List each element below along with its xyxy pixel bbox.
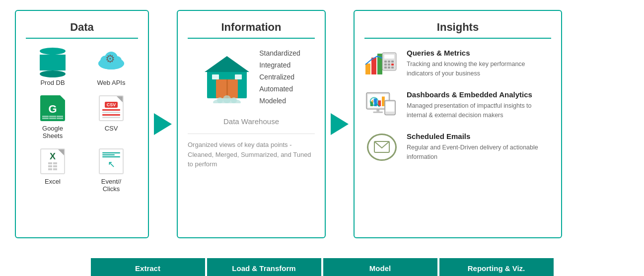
svg-rect-23 <box>384 64 387 66</box>
svg-rect-36 <box>373 112 383 113</box>
information-description: Organized views of key data points - Cle… <box>188 134 315 169</box>
svg-rect-22 <box>391 61 394 63</box>
tab-model[interactable]: Model <box>323 258 437 276</box>
prod-db-label: Prod DB <box>40 79 65 86</box>
svg-rect-28 <box>391 67 394 69</box>
svg-rect-24 <box>388 64 390 66</box>
information-body: Standardized Integrated Centralized Auto… <box>188 49 315 227</box>
svg-rect-35 <box>376 109 379 112</box>
dashboards-title: Dashboards & Embedded Analytics <box>407 90 551 99</box>
queries-text: Queries & Metrics Tracking and knowing t… <box>407 49 551 78</box>
dashboards-desc: Managed presentation of impactful insigh… <box>407 101 551 120</box>
tab-load-transform[interactable]: Load & Transform <box>207 258 321 276</box>
attr-modeled: Modeled <box>259 97 300 105</box>
svg-rect-16 <box>371 58 376 74</box>
insights-panel-title: Insights <box>364 21 551 39</box>
insight-dashboards: Dashboards & Embedded Analytics Managed … <box>364 90 551 120</box>
attr-centralized: Centralized <box>259 73 300 81</box>
svg-rect-21 <box>388 61 390 63</box>
attr-standardized: Standardized <box>259 49 300 57</box>
emails-title: Scheduled Emails <box>407 132 551 140</box>
web-apis-icon: ⚙ <box>95 49 128 76</box>
data-panel: Data Prod DB <box>15 10 149 238</box>
excel-icon: X <box>37 147 69 175</box>
information-panel: Information <box>177 10 326 238</box>
svg-rect-25 <box>391 64 394 66</box>
tab-reporting-viz[interactable]: Reporting & Viz. <box>439 258 554 276</box>
list-item: Prod DB <box>37 49 69 86</box>
csv-label: CSV <box>105 125 118 132</box>
svg-rect-38 <box>386 102 395 111</box>
attr-automated: Automated <box>259 85 300 93</box>
emails-desc: Regular and Event-Driven delivery of act… <box>407 143 551 162</box>
svg-rect-10 <box>235 74 242 79</box>
svg-rect-26 <box>384 67 387 69</box>
attr-integrated: Integrated <box>259 61 300 69</box>
svg-marker-6 <box>205 56 249 72</box>
prod-db-icon <box>37 49 69 76</box>
dashboards-icon <box>364 90 399 120</box>
insight-emails: Scheduled Emails Regular and Event-Drive… <box>364 132 551 162</box>
dashboards-text: Dashboards & Embedded Analytics Managed … <box>407 90 551 120</box>
list-item: X Excel <box>37 147 69 193</box>
svg-rect-42 <box>373 99 375 102</box>
svg-point-13 <box>223 95 231 103</box>
google-sheets-label: GoogleSheets <box>42 125 63 139</box>
tab-extract[interactable]: Extract <box>91 258 205 276</box>
data-panel-title: Data <box>26 21 138 39</box>
queries-desc: Tracking and knowing the key performance… <box>407 60 551 78</box>
main-content: Data Prod DB <box>15 10 629 238</box>
google-sheets-icon: G <box>37 94 69 122</box>
svg-rect-20 <box>384 61 387 63</box>
bottom-bar: Extract Load & Transform Model Reporting… <box>15 258 629 276</box>
email-circle <box>367 134 397 161</box>
svg-rect-19 <box>384 55 394 59</box>
warehouse-label: Data Warehouse <box>223 117 279 126</box>
excel-label: Excel <box>45 178 61 185</box>
scheduled-emails-icon <box>364 132 399 162</box>
list-item: CSV CSV <box>95 94 128 139</box>
csv-icon: CSV <box>95 94 128 122</box>
svg-point-14 <box>231 97 237 103</box>
list-item: ↖ Event//Clicks <box>95 147 128 193</box>
svg-rect-9 <box>212 74 219 79</box>
warehouse-building-icon <box>202 49 252 105</box>
insight-queries: Queries & Metrics Tracking and knowing t… <box>364 49 551 78</box>
warehouse-section: Standardized Integrated Centralized Auto… <box>202 49 300 105</box>
svg-rect-34 <box>382 97 385 106</box>
emails-text: Scheduled Emails Regular and Event-Drive… <box>407 132 551 162</box>
list-item: ⚙ Web APIs <box>95 49 128 86</box>
svg-rect-27 <box>388 67 390 69</box>
arrow-data-to-info <box>154 113 172 135</box>
event-clicks-icon: ↖ <box>95 147 128 175</box>
queries-metrics-icon <box>364 49 399 78</box>
arrow-info-to-insights <box>331 113 349 135</box>
list-item: G GoogleSheets <box>37 94 69 139</box>
svg-rect-15 <box>365 64 370 74</box>
svg-point-12 <box>217 97 223 103</box>
information-panel-title: Information <box>188 21 315 39</box>
data-grid: Prod DB ⚙ <box>26 49 138 193</box>
web-apis-label: Web APIs <box>97 79 126 86</box>
queries-title: Queries & Metrics <box>407 49 551 57</box>
svg-rect-41 <box>372 100 373 102</box>
event-clicks-label: Event//Clicks <box>101 178 121 193</box>
insights-panel: Insights <box>354 10 562 238</box>
warehouse-attributes: Standardized Integrated Centralized Auto… <box>259 49 300 105</box>
